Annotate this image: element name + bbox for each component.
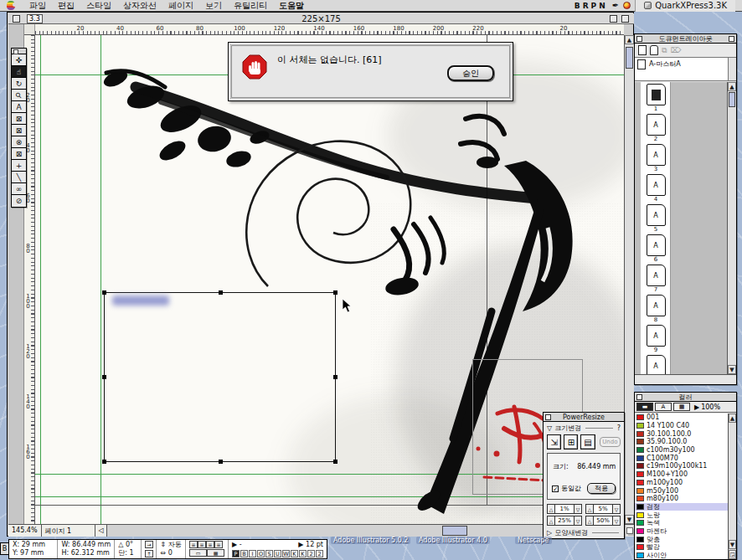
scroll-up-arrow[interactable]: ▲	[625, 35, 634, 44]
content-tool[interactable]: ☝	[12, 66, 26, 78]
input-method-pen-icon[interactable]: ✒	[612, 1, 619, 10]
stepper-down-icon[interactable]: ▽	[612, 516, 621, 526]
color-row[interactable]: 사이안	[635, 552, 728, 559]
page-popup-icon[interactable]: ◁	[95, 525, 107, 537]
y-position[interactable]: Y: 97 mm	[13, 549, 54, 557]
keep-proportions-checkbox[interactable]: ✓	[552, 486, 559, 492]
stepper-up-icon[interactable]: △	[585, 504, 594, 514]
color-row[interactable]: C100M70	[635, 454, 728, 462]
frame-color-button[interactable]: ▬	[636, 403, 653, 411]
resize-mode-button-1[interactable]: ⊞	[564, 434, 578, 450]
stepper-down-icon[interactable]: ▽	[612, 504, 621, 514]
scroll-up-arrow[interactable]: ▲	[728, 82, 736, 91]
new-page-icon[interactable]	[638, 45, 647, 55]
size-popup[interactable]: ▶ 12 pt	[298, 541, 323, 549]
leading-field[interactable]: ⇕ 자동	[160, 541, 182, 549]
fill-color-button[interactable]: ▦	[673, 403, 690, 411]
color-row[interactable]: m50y100	[635, 486, 728, 495]
help-icon[interactable]: ?	[617, 424, 621, 432]
color-row[interactable]: c19m100y100k11	[635, 462, 728, 470]
page-icon[interactable]: A	[647, 325, 666, 347]
unlink-tool[interactable]: ⊘	[12, 195, 26, 207]
page-thumbnail-7[interactable]: A7	[641, 265, 671, 293]
item-tool[interactable]: ✜	[12, 54, 26, 66]
layout-canvas[interactable]	[35, 35, 624, 524]
apple-menu-icon[interactable]	[7, 1, 15, 10]
flip-vertical-icon[interactable]: ↑	[145, 550, 153, 557]
resize-section-header[interactable]: ▽ 크기변경 ?	[544, 422, 624, 433]
apply-button[interactable]: 적용	[587, 483, 616, 494]
duplicate-icon[interactable]: ⧉	[662, 46, 667, 55]
color-row[interactable]: 001	[635, 414, 728, 422]
scroll-down-arrow[interactable]: ▼	[729, 540, 736, 549]
resize-mode-button-0[interactable]: ⇲	[547, 434, 561, 450]
menu-item-7[interactable]: 도움말	[279, 0, 304, 12]
page-thumbnail-10[interactable]: A10	[641, 355, 671, 374]
powerresize-titlebar[interactable]: PowerResize	[544, 413, 624, 422]
disclosure-triangle-icon[interactable]: ▽	[547, 424, 552, 432]
zoom-tool[interactable]: ⚲	[12, 90, 26, 101]
rotation-tool[interactable]: ↻	[12, 78, 26, 90]
color-row[interactable]: c100m30y100	[635, 446, 728, 455]
color-row[interactable]: 14 Y100 C40	[635, 422, 728, 430]
undo-button[interactable]: Undo	[600, 437, 621, 447]
resize-handle[interactable]	[219, 460, 223, 464]
menu-item-2[interactable]: 스타일	[86, 0, 111, 12]
page-thumbnail-9[interactable]: A9	[641, 325, 671, 353]
x-position[interactable]: X: 29 mm	[13, 541, 54, 549]
menu-item-4[interactable]: 페이지	[168, 0, 193, 12]
tool-palette-titlebar[interactable]	[12, 49, 26, 54]
master-page-row[interactable]: A-마스터A	[635, 58, 736, 81]
new-master-page-icon[interactable]	[650, 45, 658, 55]
page-icon[interactable]: A	[647, 234, 666, 256]
align-justify-icon[interactable]: ≡	[214, 541, 223, 548]
master-scrollbar[interactable]	[728, 58, 736, 80]
rules-icon[interactable]: ▦	[207, 549, 224, 557]
style-S-button[interactable]: S	[265, 550, 273, 557]
colors-palette-titlebar[interactable]: 컬러	[635, 393, 736, 402]
collapsed-window[interactable]: B	[0, 542, 9, 555]
style-O-button[interactable]: O	[257, 550, 265, 557]
resize-handle[interactable]	[102, 290, 106, 295]
tabs-icon[interactable]: ▭	[189, 549, 207, 557]
style-W-button[interactable]: W	[282, 550, 290, 557]
color-row[interactable]: 30.100.100.0	[635, 429, 728, 438]
resize-mode-button-2[interactable]: ▤	[580, 434, 595, 450]
page-thumbnail-6[interactable]: A6	[641, 234, 671, 263]
stepper-down-icon[interactable]: ▽	[574, 516, 582, 526]
columns-field[interactable]: 단: 1	[118, 549, 137, 557]
page-icon[interactable]: A	[647, 204, 666, 226]
zoom-percent-field[interactable]: 145.4%	[8, 525, 42, 537]
color-row[interactable]: 35.90.100.0	[635, 438, 728, 446]
selected-text-box[interactable]	[104, 292, 336, 462]
scroll-down-arrow[interactable]: ▼	[728, 365, 736, 374]
style-K-button[interactable]: K	[291, 550, 298, 557]
zoom-box[interactable]	[610, 15, 617, 23]
close-icon[interactable]	[636, 394, 642, 400]
horizontal-scroll-thumb[interactable]	[442, 526, 467, 536]
tracking-field[interactable]: ⇔ 0	[160, 549, 182, 557]
scroll-thumb[interactable]	[729, 92, 735, 107]
flip-horizontal-icon[interactable]: →	[145, 541, 153, 548]
resize-handle[interactable]	[219, 290, 223, 295]
rotation-field[interactable]: △ 0°	[118, 541, 137, 549]
collapse-box[interactable]	[621, 15, 629, 23]
resize-grip-icon[interactable]: ◲	[729, 550, 736, 559]
rounded-picture-box-tool[interactable]: ⊠	[12, 125, 26, 136]
stepper-up-icon[interactable]: △	[547, 504, 555, 514]
vertical-scrollbar[interactable]: ▲ ▼	[624, 35, 634, 524]
page-thumbnail-4[interactable]: A4	[641, 174, 671, 203]
font-popup[interactable]: ▶ -	[232, 541, 242, 549]
link-tool[interactable]: ∞	[12, 183, 26, 195]
align-right-icon[interactable]: ≡	[206, 541, 214, 548]
stepper-up-icon[interactable]: △	[585, 516, 594, 526]
scroll-up-arrow[interactable]: ▲	[729, 414, 736, 423]
polygon-picture-box-tool[interactable]: ⊠	[12, 148, 26, 160]
color-row[interactable]: M100+Y100	[635, 470, 728, 479]
desktop-icon-label[interactable]: Netscape	[515, 537, 552, 544]
page-thumbnail-8[interactable]: A8	[641, 295, 671, 323]
page-icon[interactable]: A	[647, 355, 666, 374]
layout-palette-scrollbar[interactable]: ▲ ▼	[727, 82, 736, 374]
vertical-scroll-thumb[interactable]	[626, 47, 633, 69]
style-2-button[interactable]: 2	[307, 550, 315, 557]
